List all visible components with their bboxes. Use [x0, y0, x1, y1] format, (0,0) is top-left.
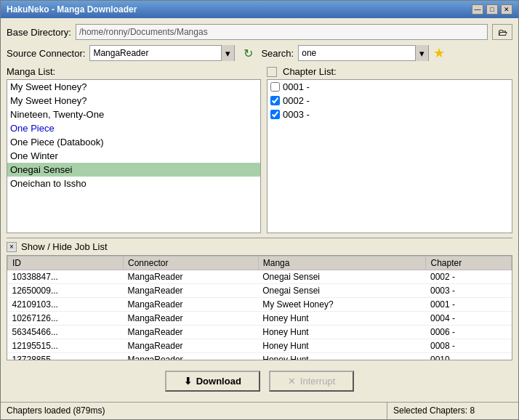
chapter-item: 0003 - — [267, 108, 512, 121]
manga-list-header: Manga List: — [7, 66, 261, 77]
content-area: Base Directory: 🗁 Source Connector: Mang… — [1, 18, 518, 402]
chapter-text: 0003 - — [283, 109, 310, 120]
search-input-wrapper[interactable]: one ▾ — [298, 45, 429, 61]
col-id: ID — [8, 257, 124, 270]
table-row[interactable]: 42109103... MangaReader My Sweet Honey? … — [8, 298, 512, 312]
table-row[interactable]: 12195515... MangaReader Honey Hunt 0008 … — [8, 339, 512, 353]
list-item-selected[interactable]: Onegai Sensei — [7, 163, 260, 177]
cell-chapter: 0004 - — [426, 312, 512, 326]
main-window: HakuNeko - Manga Downloader — □ ✕ Base D… — [0, 0, 519, 420]
cell-manga: Onegai Sensei — [258, 270, 426, 284]
cell-chapter: 0006 - — [426, 326, 512, 339]
connector-value: MangaReader — [90, 48, 221, 58]
cell-connector: MangaReader — [124, 353, 259, 361]
window-controls: — □ ✕ — [472, 4, 512, 15]
list-item[interactable]: One Piece (Databook) — [7, 135, 260, 149]
list-item[interactable]: Oneichan to Issho — [7, 177, 260, 190]
cell-manga: Honey Hunt — [258, 326, 426, 339]
connector-dropdown-arrow[interactable]: ▾ — [221, 45, 234, 61]
close-button[interactable]: ✕ — [501, 4, 512, 15]
manga-list-label: Manga List: — [7, 66, 55, 77]
cell-chapter: 0002 - — [426, 270, 512, 284]
chapter-list-box[interactable]: 0001 - 0002 - 0003 - — [267, 79, 512, 233]
col-connector: Connector — [124, 257, 259, 270]
interrupt-button[interactable]: ✕ Interrupt — [269, 371, 354, 392]
chapter-list-label: Chapter List: — [283, 66, 337, 77]
manga-list-panel: Manga List: My Sweet Honey? My Sweet Hon… — [7, 66, 261, 233]
cell-chapter: 0008 - — [426, 339, 512, 353]
cell-id: 10267126... — [8, 312, 124, 326]
chapter-item: 0002 - — [267, 94, 512, 108]
interrupt-label: Interrupt — [300, 376, 335, 387]
manga-list-box[interactable]: My Sweet Honey? My Sweet Honey? Nineteen… — [7, 79, 261, 233]
refresh-button[interactable]: ↻ — [239, 44, 257, 62]
bottom-buttons: ⬇ Download ✕ Interrupt — [7, 365, 512, 396]
interrupt-icon: ✕ — [288, 376, 296, 387]
minimize-button[interactable]: — — [472, 4, 483, 15]
cell-id: 13728855... — [8, 353, 124, 361]
download-button[interactable]: ⬇ Download — [165, 371, 260, 392]
cell-connector: MangaReader — [124, 298, 259, 312]
table-row[interactable]: 10338847... MangaReader Onegai Sensei 00… — [8, 270, 512, 284]
chapter-checkbox[interactable] — [270, 110, 280, 119]
cell-connector: MangaReader — [124, 270, 259, 284]
search-value: one — [299, 48, 415, 58]
title-bar: HakuNeko - Manga Downloader — □ ✕ — [1, 1, 518, 18]
base-directory-input[interactable] — [76, 24, 488, 40]
cell-chapter: 0001 - — [426, 298, 512, 312]
cell-manga: Honey Hunt — [258, 353, 426, 361]
panels-area: Manga List: My Sweet Honey? My Sweet Hon… — [7, 66, 512, 233]
favorites-button[interactable]: ★ — [433, 45, 445, 61]
table-row[interactable]: 13728855... MangaReader Honey Hunt 0010 … — [8, 353, 512, 361]
list-item-one-piece[interactable]: One Piece — [7, 121, 260, 135]
job-table: ID Connector Manga Chapter 10338847... M… — [7, 256, 512, 360]
cell-chapter: 0003 - — [426, 284, 512, 298]
list-item[interactable]: Nineteen, Twenty-One — [7, 108, 260, 121]
chapter-list-panel: Chapter List: 0001 - 0002 - 0003 - — [267, 66, 512, 233]
connector-select[interactable]: MangaReader ▾ — [89, 45, 235, 61]
status-left: Chapters loaded (879ms) — [1, 403, 387, 419]
chapter-list-select-all[interactable] — [267, 67, 277, 77]
cell-connector: MangaReader — [124, 312, 259, 326]
status-bar: Chapters loaded (879ms) Selected Chapter… — [1, 402, 518, 419]
download-icon: ⬇ — [184, 376, 192, 387]
chapter-checkbox[interactable] — [270, 96, 280, 105]
cell-manga: Honey Hunt — [258, 339, 426, 353]
search-dropdown-arrow[interactable]: ▾ — [415, 45, 428, 61]
cell-manga: My Sweet Honey? — [258, 298, 426, 312]
job-section: × Show / Hide Job List ID Connector Mang… — [7, 238, 512, 360]
job-list-toggle-icon[interactable]: × — [7, 242, 17, 252]
folder-browse-button[interactable]: 🗁 — [492, 24, 512, 40]
col-manga: Manga — [258, 257, 426, 270]
refresh-icon: ↻ — [244, 47, 253, 60]
chapter-text: 0001 - — [283, 81, 310, 92]
chapter-list-header: Chapter List: — [267, 66, 512, 77]
list-item[interactable]: My Sweet Honey? — [7, 80, 260, 94]
chapter-item: 0001 - — [267, 80, 512, 94]
table-row[interactable]: 12650009... MangaReader Onegai Sensei 00… — [8, 284, 512, 298]
cell-chapter: 0010 - — [426, 353, 512, 361]
list-item[interactable]: My Sweet Honey? — [7, 94, 260, 108]
download-label: Download — [196, 376, 241, 387]
cell-connector: MangaReader — [124, 339, 259, 353]
job-list-label: Show / Hide Job List — [21, 241, 108, 252]
source-connector-label: Source Connector: — [7, 48, 85, 59]
search-label: Search: — [261, 48, 294, 59]
window-title: HakuNeko - Manga Downloader — [7, 4, 137, 15]
job-table-wrapper[interactable]: ID Connector Manga Chapter 10338847... M… — [7, 255, 512, 360]
folder-icon: 🗁 — [498, 27, 507, 38]
list-item[interactable]: One Winter — [7, 149, 260, 163]
maximize-button[interactable]: □ — [486, 4, 498, 15]
col-chapter: Chapter — [426, 257, 512, 270]
cell-id: 12650009... — [8, 284, 124, 298]
table-row[interactable]: 10267126... MangaReader Honey Hunt 0004 … — [8, 312, 512, 326]
table-row[interactable]: 56345466... MangaReader Honey Hunt 0006 … — [8, 326, 512, 339]
cell-id: 10338847... — [8, 270, 124, 284]
cell-id: 42109103... — [8, 298, 124, 312]
source-connector-row: Source Connector: MangaReader ▾ ↻ Search… — [7, 44, 512, 62]
cell-connector: MangaReader — [124, 284, 259, 298]
chapter-text: 0002 - — [283, 95, 310, 106]
job-header: × Show / Hide Job List — [7, 241, 512, 252]
chapter-checkbox[interactable] — [270, 82, 280, 92]
status-right: Selected Chapters: 8 — [387, 403, 518, 419]
